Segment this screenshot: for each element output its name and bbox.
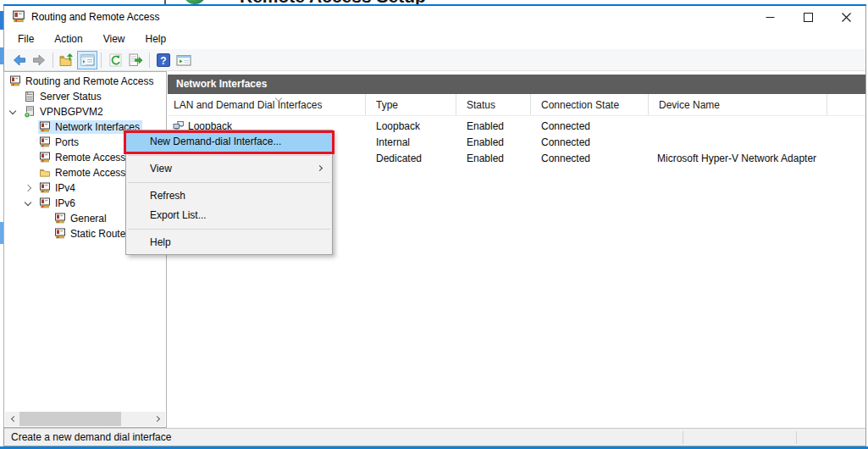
close-button[interactable]: [827, 6, 865, 28]
export-list-button[interactable]: [125, 51, 146, 69]
up-folder-icon: [58, 53, 75, 68]
server-stack-icon: [24, 91, 36, 103]
toolbar: ?: [4, 49, 865, 71]
column-lan-demand-dial[interactable]: LAN and Demand Dial Interfaces: [168, 94, 366, 115]
export-list-icon: [127, 53, 144, 68]
app-icon: [12, 10, 25, 24]
computer-node-icon: [39, 152, 51, 164]
show-hide-console-tree-button[interactable]: [77, 51, 97, 69]
folder-icon: [39, 167, 51, 179]
computer-node-icon: [39, 121, 51, 133]
minimize-icon: [766, 13, 775, 22]
forward-button[interactable]: [29, 51, 49, 69]
status-bar: Create a new demand dial interface: [4, 428, 865, 446]
console-tree-icon: [80, 53, 96, 68]
computer-node-icon: [39, 136, 51, 148]
column-device-name[interactable]: Device Name: [649, 94, 827, 115]
column-empty: [827, 94, 865, 115]
computer-node-icon: [39, 182, 51, 194]
window-title: Routing and Remote Access: [31, 11, 159, 23]
back-icon: [11, 53, 27, 68]
column-type[interactable]: Type: [366, 94, 456, 115]
menu-help[interactable]: Help: [142, 31, 170, 47]
help-button[interactable]: ?: [153, 51, 174, 69]
chevron-right-icon[interactable]: [25, 185, 31, 191]
menu-item-help[interactable]: Help: [126, 233, 332, 252]
tree-item-vpnbgpvm2[interactable]: VPNBGPVM2: [4, 104, 166, 119]
scroll-left-arrow-icon[interactable]: [5, 412, 19, 426]
menu-view[interactable]: View: [100, 31, 129, 47]
maximize-icon: [804, 13, 813, 22]
routing-remote-access-window: Routing and Remote Access File Action Vi…: [3, 4, 866, 446]
computer-node-icon: [54, 228, 66, 240]
refresh-button[interactable]: [105, 51, 125, 69]
menu-separator: [128, 182, 330, 183]
tree-item-routing-and-remote-access[interactable]: Routing and Remote Access: [4, 74, 166, 89]
menu-file[interactable]: File: [14, 31, 37, 47]
context-menu: New Demand-dial Interface... View Refres…: [125, 130, 333, 255]
new-window-icon: [175, 53, 192, 68]
list-column-header: LAN and Demand Dial Interfaces Type Stat…: [168, 94, 865, 116]
menu-item-view[interactable]: View: [126, 159, 332, 179]
back-button[interactable]: [8, 51, 29, 69]
help-icon: ?: [156, 53, 171, 68]
svg-text:?: ?: [160, 54, 166, 66]
maximize-button[interactable]: [789, 6, 827, 28]
menu-bar: File Action View Help: [4, 28, 865, 49]
status-bar-separator: [683, 431, 683, 444]
column-connection-state[interactable]: Connection State: [531, 94, 649, 115]
status-text: Create a new demand dial interface: [11, 431, 171, 443]
horizontal-scrollbar[interactable]: [5, 412, 165, 426]
new-window-button[interactable]: [174, 51, 194, 69]
title-bar[interactable]: Routing and Remote Access: [4, 6, 865, 28]
refresh-icon: [108, 53, 124, 68]
toolbar-separator: [101, 53, 102, 68]
chevron-down-icon[interactable]: [9, 108, 16, 114]
column-status[interactable]: Status: [456, 94, 531, 115]
menu-action[interactable]: Action: [51, 31, 86, 47]
computer-node-icon: [54, 213, 66, 224]
submenu-arrow-icon: [317, 165, 323, 171]
forward-icon: [31, 53, 47, 68]
chevron-down-icon[interactable]: [25, 199, 31, 206]
results-pane-title: Network Interfaces: [168, 75, 865, 94]
menu-item-new-demand-dial-interface[interactable]: New Demand-dial Interface...: [126, 132, 332, 152]
menu-separator: [128, 155, 330, 156]
menu-item-refresh[interactable]: Refresh: [126, 186, 332, 206]
server-green-icon: [24, 106, 36, 118]
up-one-level-button[interactable]: [57, 51, 77, 69]
computer-node-icon: [39, 197, 51, 209]
close-icon: [842, 13, 851, 22]
toolbar-separator: [53, 53, 53, 68]
tree-item-server-status[interactable]: Server Status: [4, 89, 166, 104]
computer-node-icon: [9, 75, 21, 87]
minimize-button[interactable]: [751, 6, 789, 28]
toolbar-separator: [149, 53, 150, 68]
scrollbar-thumb[interactable]: [19, 412, 121, 426]
scroll-right-arrow-icon[interactable]: [151, 412, 165, 426]
menu-separator: [128, 229, 330, 230]
menu-item-export-list[interactable]: Export List...: [126, 206, 332, 225]
status-bar-separator: [796, 431, 797, 444]
